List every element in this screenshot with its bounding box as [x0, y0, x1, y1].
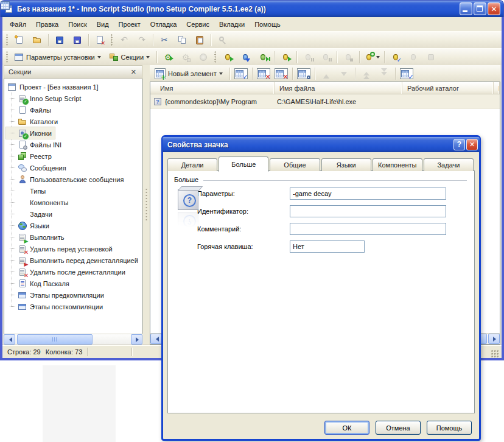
tree-item-7[interactable]: Сообщения [6, 162, 69, 174]
maximize-button[interactable] [474, 2, 486, 15]
grid-add-button[interactable]: Новый элемент [152, 66, 227, 81]
stop-compile-icon [198, 52, 208, 62]
copy-button[interactable] [173, 33, 191, 47]
save-as-button[interactable] [69, 33, 86, 47]
tree-branch-line [10, 98, 15, 99]
grid-columns-button[interactable] [398, 66, 415, 81]
tree-item-10[interactable]: Компоненты [6, 197, 71, 208]
scroll-track[interactable] [15, 334, 131, 345]
menu-item[interactable]: Сервис [181, 19, 214, 30]
open-file-button[interactable] [29, 33, 46, 47]
tree-item-8[interactable]: Пользовательские сообщения [6, 174, 127, 185]
grid-edit-button[interactable] [233, 66, 250, 81]
tree-item-16[interactable]: ✕Удалить после деинсталляции [6, 266, 128, 278]
tab-more[interactable]: Больше [219, 156, 268, 172]
sections-button[interactable]: Секции [106, 50, 154, 65]
tree-item-11[interactable]: Задачи [6, 208, 55, 220]
menu-item[interactable]: Правка [31, 19, 63, 30]
compile-button[interactable] [159, 50, 177, 65]
toolbar-button-label: Секции [121, 54, 144, 61]
column-header[interactable]: И [494, 82, 500, 94]
tree-item-9[interactable]: Типы [6, 185, 49, 197]
help-button[interactable]: Помощь [427, 421, 472, 435]
table-row[interactable]: {commondesktop}\My ProgramC:\GAMES\Half-… [150, 94, 500, 109]
tree-item-15[interactable]: ▶Выполнить перед деинсталляцией [6, 254, 141, 266]
close-file-button[interactable] [91, 33, 108, 47]
menu-item[interactable]: Отладка [145, 19, 181, 30]
tree-item-12[interactable]: Языки [6, 220, 52, 231]
comment-field[interactable] [290, 223, 446, 235]
tree-item-17[interactable]: Код Паскаля [6, 278, 72, 289]
dialog-help-button[interactable] [453, 139, 465, 150]
menu-item[interactable]: Помощь [250, 19, 285, 30]
tree-item-0[interactable]: Проект - [Без названия 1] [6, 81, 102, 93]
toolbar-separator [274, 51, 275, 63]
close-button[interactable] [488, 2, 500, 15]
new-file-button[interactable] [11, 33, 28, 47]
scroll-left-button[interactable] [4, 334, 15, 345]
tree-branch-line [10, 237, 15, 238]
tree-item-6[interactable]: Реестр [6, 150, 55, 162]
tree-item-13[interactable]: ▶Выполнить [6, 231, 67, 243]
debug-step-into-button[interactable] [237, 50, 254, 65]
scroll-right-button[interactable] [131, 334, 142, 345]
column-header[interactable]: Имя файла [275, 82, 402, 94]
close-panel-button[interactable]: ✕ [130, 68, 138, 76]
toolbar-separator [355, 68, 355, 80]
menu-item[interactable]: Вид [92, 19, 114, 30]
minimize-button[interactable] [460, 2, 472, 15]
scroll-thumb[interactable] [17, 334, 93, 345]
group-label: Больше [174, 176, 198, 183]
tab-languages[interactable]: Языки [321, 158, 371, 171]
save-button[interactable] [51, 33, 68, 47]
column-header[interactable]: Рабочий каталог [402, 82, 494, 94]
toolbar-separator [252, 68, 253, 80]
debug-evaluate-button[interactable] [387, 50, 404, 65]
toolbar-separator [315, 68, 315, 80]
menu-item[interactable]: Поиск [63, 19, 91, 30]
panel-splitter[interactable] [142, 65, 150, 345]
scroll-left-button[interactable] [150, 334, 162, 344]
grid-find-button[interactable] [295, 66, 312, 81]
tree-item-5[interactable]: Файлы INI [6, 139, 65, 150]
menubar: ФайлПравкаПоискВидПроектОтладкаСервисВкл… [2, 17, 502, 31]
hotkey-field[interactable] [290, 240, 365, 253]
tree-item-2[interactable]: Файлы [6, 104, 54, 116]
identifier-field[interactable] [290, 205, 446, 217]
breakpoints-button[interactable] [362, 50, 382, 65]
tab-tasks[interactable]: Задачи [424, 158, 474, 171]
tree-item-3[interactable]: Каталоги [6, 116, 61, 127]
grid-delete-button[interactable] [255, 66, 272, 81]
tree-item-14[interactable]: ✕Удалить перед установкой [6, 243, 116, 254]
debug-run-to-cursor-button[interactable] [277, 50, 294, 65]
cut-button[interactable] [156, 33, 173, 47]
resize-grip[interactable] [491, 349, 499, 358]
toolbar-separator [395, 68, 396, 80]
tree-item-4[interactable]: ✓Иконки [6, 127, 55, 139]
scroll-right-button[interactable] [488, 334, 500, 344]
menu-item[interactable]: Вкладки [214, 19, 250, 30]
tab-general[interactable]: Общие [270, 158, 320, 171]
sidebar-hscrollbar[interactable] [4, 334, 142, 345]
tree-item-18[interactable]: Этапы предкомпиляции [6, 289, 107, 301]
menu-item[interactable]: Проект [114, 19, 145, 30]
group-header: Больше [168, 171, 474, 183]
titlebar[interactable]: Без названия 1* - Inno Script Studio (In… [0, 0, 504, 17]
tab-details[interactable]: Детали [167, 158, 217, 171]
grid-delete-all-button[interactable] [273, 66, 290, 81]
tab-components[interactable]: Компоненты [373, 158, 422, 171]
tree-item-1[interactable]: ✓Inno Setup Script [6, 93, 84, 104]
tree-item-19[interactable]: Этапы посткомпиляции [6, 301, 106, 312]
debug-run-button[interactable] [219, 50, 236, 65]
debug-step-over-button[interactable] [254, 50, 271, 65]
dialog-close-button[interactable] [466, 139, 478, 150]
cancel-button[interactable]: Отмена [376, 421, 421, 435]
menu-item[interactable]: Файл [5, 19, 31, 30]
sections-panel: Секции ✕ Проект - [Без названия 1]✓Inno … [4, 65, 142, 345]
paste-button[interactable] [191, 33, 208, 47]
parameters-field[interactable] [290, 188, 446, 200]
column-header[interactable]: Имя [150, 82, 275, 94]
dialog-titlebar[interactable]: Свойства значка [163, 137, 480, 152]
ok-button[interactable]: ОК [324, 421, 369, 435]
setup-params-button[interactable]: Параметры установки [11, 50, 105, 65]
